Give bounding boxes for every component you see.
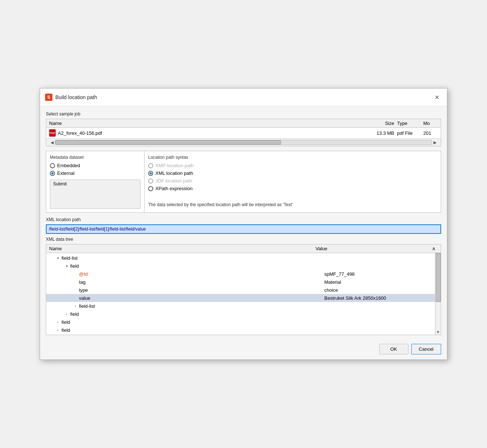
tree-node-label: field: [62, 319, 70, 325]
location-path-radio-group: XMP location path XML location path JDF …: [148, 163, 437, 191]
vertical-scrollbar[interactable]: ▲ ▼: [435, 253, 441, 335]
xml-location-path-section: XML location path: [46, 217, 441, 234]
info-text: The data selected by the specified locat…: [148, 191, 437, 207]
table-row[interactable]: PDF A2_forex_40-156.pdf 13.3 MB pdf File…: [46, 128, 441, 138]
xmp-radio[interactable]: [148, 163, 153, 168]
tree-row[interactable]: ▾ field: [46, 262, 441, 270]
tree-row[interactable]: ▾ field-list: [46, 254, 441, 262]
tree-row-value: choice: [324, 287, 441, 293]
mid-section: Metadata dataset Embedded External Submi…: [46, 151, 441, 213]
tree-row-name: › value: [72, 295, 324, 301]
xml-data-tree-label: XML data tree: [46, 237, 441, 242]
tree-node-label: field: [62, 327, 70, 333]
table-header: Name Size Type Mo: [46, 119, 441, 128]
metadata-panel-title: Metadata dataset: [50, 155, 140, 160]
col-name-header: Name: [49, 121, 365, 126]
tree-header: Name Value ∧: [46, 244, 441, 253]
tree-name-header: Name: [49, 246, 316, 251]
xmp-label: XMP location path: [155, 163, 194, 168]
tree-rows: ▾ field-list ▾ field: [46, 253, 441, 335]
chevron-right-icon[interactable]: ›: [72, 303, 78, 309]
chevron-right-icon[interactable]: ›: [55, 319, 61, 325]
xpath-radio[interactable]: [148, 186, 153, 191]
tree-row[interactable]: › type choice: [46, 286, 441, 294]
tree-row-name: › type: [72, 287, 324, 293]
tree-row[interactable]: › field: [46, 326, 441, 334]
tree-row-name: › field: [55, 327, 324, 333]
sample-job-label: Select sample job: [46, 111, 441, 117]
embedded-radio[interactable]: [50, 163, 55, 168]
app-logo: S: [45, 94, 52, 101]
v-scroll-thumb: [436, 253, 441, 302]
scroll-right-arrow[interactable]: ▶: [432, 140, 438, 145]
tree-node-label: field-list: [79, 303, 95, 309]
tree-row-name: ▾ field-list: [55, 255, 324, 261]
ok-button[interactable]: OK: [379, 344, 408, 354]
scroll-down-arrow[interactable]: ▼: [435, 329, 441, 335]
metadata-panel: Metadata dataset Embedded External Submi…: [46, 151, 144, 212]
tree-row[interactable]: › @Id spMF_77_498: [46, 270, 441, 278]
close-button[interactable]: ✕: [432, 92, 442, 102]
xml-data-tree: Name Value ∧ ▾ field-list: [46, 244, 441, 335]
tree-row-name: ▾ field: [64, 263, 324, 269]
tree-row-value: Material: [324, 279, 441, 285]
xml-label: XML location path: [155, 170, 193, 176]
xml-radio[interactable]: [148, 171, 153, 176]
tree-node-attr-label: @Id: [79, 271, 88, 277]
chevron-right-icon[interactable]: ›: [55, 327, 61, 333]
external-radio[interactable]: [50, 171, 55, 176]
tree-row-name: › tag: [72, 279, 324, 285]
col-mo-header: Mo: [423, 121, 438, 126]
file-size-cell: 13.3 MB: [365, 130, 394, 136]
h-scroll-thumb: [55, 140, 281, 145]
chevron-down-icon[interactable]: ▾: [55, 255, 61, 261]
dialog-title: Build location path: [55, 94, 97, 100]
xpath-option[interactable]: XPath expression: [148, 186, 437, 191]
embedded-label: Embedded: [57, 163, 80, 168]
tree-row[interactable]: › field: [46, 318, 441, 326]
tree-row-name: › field: [55, 319, 324, 325]
title-bar: S Build location path ✕: [40, 89, 447, 106]
sample-job-table: Name Size Type Mo PDF A2_forex_40-156.pd…: [46, 119, 441, 146]
title-bar-left: S Build location path: [45, 94, 97, 101]
dialog-footer: OK Cancel: [40, 340, 447, 359]
file-name: A2_forex_40-156.pdf: [58, 130, 102, 136]
tree-row-value: spMF_77_498: [324, 271, 441, 277]
metadata-embedded-option[interactable]: Embedded: [50, 163, 140, 168]
col-type-header: Type: [394, 121, 423, 126]
tree-row[interactable]: › field: [46, 310, 441, 318]
tree-node-label: field: [70, 263, 79, 269]
horizontal-scrollbar[interactable]: [55, 140, 432, 145]
file-name-cell: PDF A2_forex_40-156.pdf: [49, 129, 365, 137]
metadata-external-option[interactable]: External: [50, 170, 140, 176]
xmp-option[interactable]: XMP location path: [148, 163, 437, 168]
cancel-button[interactable]: Cancel: [411, 344, 441, 354]
location-path-title: Location path syntax: [148, 155, 437, 160]
tree-row-name: › field-list: [72, 303, 324, 309]
tree-node-label: value: [79, 295, 90, 301]
tree-node-label: tag: [79, 279, 86, 285]
pdf-icon: PDF: [49, 129, 56, 137]
tree-row[interactable]: › field-list: [46, 302, 441, 310]
tree-scroll-indicator: ∧: [432, 246, 438, 251]
external-label: External: [57, 170, 75, 176]
tree-row-name: › @Id: [72, 271, 324, 277]
location-path-panel: Location path syntax XMP location path X…: [144, 151, 441, 212]
xml-location-path-label: XML location path: [46, 217, 441, 222]
xml-location-path-input[interactable]: [46, 224, 441, 234]
chevron-down-icon[interactable]: ▾: [64, 263, 70, 269]
file-modified-cell: 201: [423, 130, 438, 136]
chevron-right-icon[interactable]: ›: [64, 311, 70, 317]
submit-label: Submit: [53, 181, 67, 186]
dialog-body: Select sample job Name Size Type Mo PDF …: [40, 106, 447, 340]
tree-row[interactable]: › tag Material: [46, 278, 441, 286]
tree-row-name: › field: [64, 311, 324, 317]
jdf-option[interactable]: JDF location path: [148, 178, 437, 184]
scroll-left-arrow[interactable]: ◀: [49, 140, 55, 145]
tree-row-selected[interactable]: › value Bestruket Silk Ark 2850x1600: [46, 294, 441, 302]
tree-body: ▾ field-list ▾ field: [46, 253, 441, 335]
tree-value-header: Value: [316, 246, 432, 251]
xml-option[interactable]: XML location path: [148, 170, 437, 176]
jdf-radio[interactable]: [148, 178, 153, 184]
tree-node-label: field-list: [62, 255, 78, 261]
